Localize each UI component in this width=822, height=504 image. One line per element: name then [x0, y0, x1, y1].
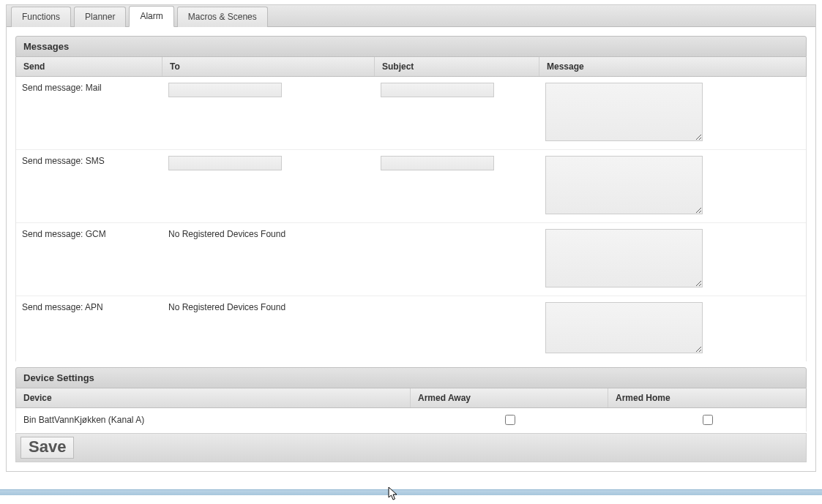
armed-away-checkbox[interactable] [505, 415, 515, 425]
messages-body: Send message: Mail Send message: SMS Sen… [15, 77, 807, 361]
apn-label: Send message: APN [16, 301, 162, 357]
mail-subject-input[interactable] [381, 83, 494, 97]
message-row-gcm: Send message: GCM No Registered Devices … [16, 223, 806, 296]
tab-functions[interactable]: Functions [11, 7, 71, 27]
alarm-content: Messages Send To Subject Message Send me… [7, 27, 815, 471]
header-to: To [162, 57, 375, 76]
sms-subject-input[interactable] [381, 156, 494, 170]
mail-to-input[interactable] [168, 83, 282, 97]
header-armed-away: Armed Away [411, 388, 608, 407]
tab-strip: Functions Planner Alarm Macros & Scenes [7, 5, 815, 27]
sms-message-textarea[interactable] [545, 156, 703, 214]
header-send: Send [16, 57, 162, 76]
header-message: Message [539, 57, 806, 76]
footer-bar [0, 489, 822, 495]
armed-home-checkbox[interactable] [703, 415, 713, 425]
save-bar: Save [15, 433, 807, 462]
message-row-mail: Send message: Mail [16, 77, 806, 150]
device-settings-body: Bin BattVannKjøkken (Kanal A) [15, 408, 807, 432]
header-device: Device [16, 388, 411, 407]
mail-message-textarea[interactable] [545, 83, 703, 141]
device-row: Bin BattVannKjøkken (Kanal A) [16, 408, 806, 432]
sms-to-input[interactable] [168, 156, 282, 170]
header-armed-home: Armed Home [608, 388, 806, 407]
device-settings-section-header: Device Settings [15, 367, 807, 388]
header-subject: Subject [375, 57, 539, 76]
gcm-message-textarea[interactable] [545, 229, 703, 287]
device-name: Bin BattVannKjøkken (Kanal A) [16, 413, 411, 426]
apn-message-textarea[interactable] [545, 302, 703, 353]
save-button[interactable]: Save [20, 437, 74, 459]
gcm-no-devices: No Registered Devices Found [162, 227, 539, 291]
sms-label: Send message: SMS [16, 154, 162, 218]
gcm-label: Send message: GCM [16, 227, 162, 291]
messages-grid-header: Send To Subject Message [15, 57, 807, 77]
messages-section-header: Messages [15, 36, 807, 57]
device-settings-grid-header: Device Armed Away Armed Home [15, 388, 807, 408]
tab-alarm[interactable]: Alarm [129, 6, 173, 27]
tab-macros-scenes[interactable]: Macros & Scenes [177, 7, 268, 27]
message-row-sms: Send message: SMS [16, 150, 806, 223]
tab-planner[interactable]: Planner [74, 7, 126, 27]
mail-label: Send message: Mail [16, 81, 162, 145]
message-row-apn: Send message: APN No Registered Devices … [16, 296, 806, 361]
apn-no-devices: No Registered Devices Found [162, 301, 539, 357]
